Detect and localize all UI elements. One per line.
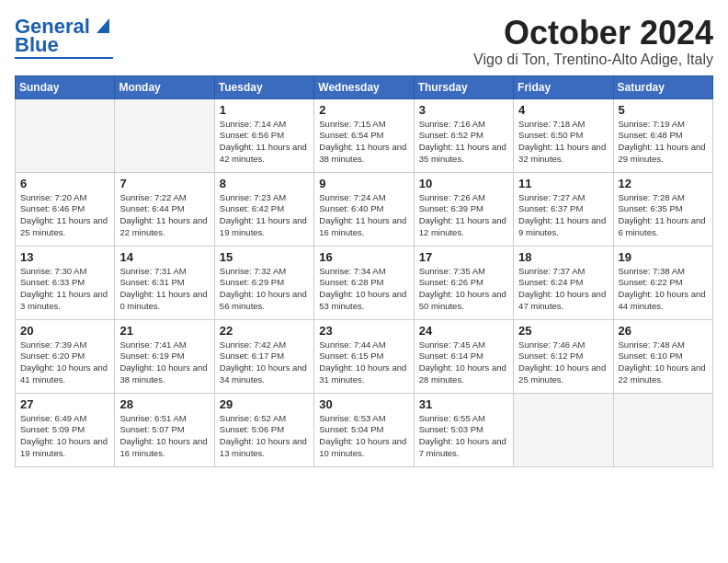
logo-icon <box>93 15 113 35</box>
day-number: 9 <box>319 177 408 190</box>
calendar-day-header: Saturday <box>613 75 712 98</box>
day-number: 19 <box>619 250 708 264</box>
day-info: Sunrise: 7:18 AM Sunset: 6:50 PM Dayligh… <box>518 119 608 166</box>
calendar-cell <box>115 98 214 172</box>
calendar-cell: 31Sunrise: 6:55 AM Sunset: 5:03 PM Dayli… <box>414 393 513 466</box>
calendar-cell <box>613 393 712 466</box>
day-number: 27 <box>20 397 109 411</box>
calendar-cell: 12Sunrise: 7:28 AM Sunset: 6:35 PM Dayli… <box>613 172 712 246</box>
calendar-cell: 4Sunrise: 7:18 AM Sunset: 6:50 PM Daylig… <box>514 98 613 172</box>
day-number: 31 <box>419 397 508 411</box>
day-number: 20 <box>20 324 109 338</box>
day-info: Sunrise: 6:51 AM Sunset: 5:07 PM Dayligh… <box>119 413 209 460</box>
day-info: Sunrise: 7:26 AM Sunset: 6:39 PM Dayligh… <box>419 192 508 239</box>
calendar-day-header: Wednesday <box>314 75 414 98</box>
calendar-cell: 11Sunrise: 7:27 AM Sunset: 6:37 PM Dayli… <box>514 172 613 246</box>
day-info: Sunrise: 7:16 AM Sunset: 6:52 PM Dayligh… <box>419 119 508 166</box>
day-number: 14 <box>119 250 209 264</box>
logo: General Blue <box>15 15 113 59</box>
day-info: Sunrise: 7:15 AM Sunset: 6:54 PM Dayligh… <box>319 119 408 166</box>
calendar-cell: 14Sunrise: 7:31 AM Sunset: 6:31 PM Dayli… <box>115 246 214 319</box>
calendar-cell: 22Sunrise: 7:42 AM Sunset: 6:17 PM Dayli… <box>214 319 313 393</box>
day-info: Sunrise: 7:48 AM Sunset: 6:10 PM Dayligh… <box>619 339 708 386</box>
day-number: 15 <box>220 250 309 264</box>
day-number: 3 <box>419 103 508 117</box>
day-number: 28 <box>119 397 209 411</box>
logo-text-blue: Blue <box>15 35 59 55</box>
day-number: 23 <box>319 324 408 338</box>
day-info: Sunrise: 7:31 AM Sunset: 6:31 PM Dayligh… <box>119 266 209 313</box>
day-number: 16 <box>319 250 408 264</box>
day-info: Sunrise: 7:38 AM Sunset: 6:22 PM Dayligh… <box>619 266 708 313</box>
calendar-day-header: Thursday <box>414 75 513 98</box>
calendar-cell: 27Sunrise: 6:49 AM Sunset: 5:09 PM Dayli… <box>16 393 115 466</box>
svg-marker-0 <box>97 18 109 33</box>
day-number: 7 <box>119 177 209 190</box>
day-info: Sunrise: 7:32 AM Sunset: 6:29 PM Dayligh… <box>220 266 309 313</box>
day-info: Sunrise: 7:37 AM Sunset: 6:24 PM Dayligh… <box>518 266 608 313</box>
calendar-cell: 30Sunrise: 6:53 AM Sunset: 5:04 PM Dayli… <box>314 393 414 466</box>
day-info: Sunrise: 7:41 AM Sunset: 6:19 PM Dayligh… <box>119 339 209 386</box>
day-info: Sunrise: 7:44 AM Sunset: 6:15 PM Dayligh… <box>319 339 408 386</box>
day-number: 6 <box>20 177 109 190</box>
calendar-week-row: 20Sunrise: 7:39 AM Sunset: 6:20 PM Dayli… <box>16 319 713 393</box>
day-number: 21 <box>119 324 209 338</box>
day-number: 25 <box>518 324 608 338</box>
day-number: 26 <box>619 324 708 338</box>
calendar-week-row: 27Sunrise: 6:49 AM Sunset: 5:09 PM Dayli… <box>16 393 713 466</box>
day-info: Sunrise: 7:20 AM Sunset: 6:46 PM Dayligh… <box>20 192 109 239</box>
calendar-cell <box>16 98 115 172</box>
calendar-cell: 26Sunrise: 7:48 AM Sunset: 6:10 PM Dayli… <box>613 319 712 393</box>
day-info: Sunrise: 6:49 AM Sunset: 5:09 PM Dayligh… <box>20 413 109 460</box>
calendar-week-row: 6Sunrise: 7:20 AM Sunset: 6:46 PM Daylig… <box>16 172 713 246</box>
day-info: Sunrise: 7:22 AM Sunset: 6:44 PM Dayligh… <box>119 192 209 239</box>
calendar-cell: 7Sunrise: 7:22 AM Sunset: 6:44 PM Daylig… <box>115 172 214 246</box>
day-info: Sunrise: 6:55 AM Sunset: 5:03 PM Dayligh… <box>419 413 508 460</box>
day-info: Sunrise: 7:35 AM Sunset: 6:26 PM Dayligh… <box>419 266 508 313</box>
calendar-cell: 20Sunrise: 7:39 AM Sunset: 6:20 PM Dayli… <box>16 319 115 393</box>
calendar-cell: 23Sunrise: 7:44 AM Sunset: 6:15 PM Dayli… <box>314 319 414 393</box>
calendar-day-header: Tuesday <box>214 75 313 98</box>
day-info: Sunrise: 7:23 AM Sunset: 6:42 PM Dayligh… <box>220 192 309 239</box>
day-info: Sunrise: 7:45 AM Sunset: 6:14 PM Dayligh… <box>419 339 508 386</box>
day-number: 8 <box>220 177 309 190</box>
calendar-cell: 25Sunrise: 7:46 AM Sunset: 6:12 PM Dayli… <box>514 319 613 393</box>
day-info: Sunrise: 7:42 AM Sunset: 6:17 PM Dayligh… <box>220 339 309 386</box>
calendar-cell: 13Sunrise: 7:30 AM Sunset: 6:33 PM Dayli… <box>16 246 115 319</box>
day-number: 18 <box>518 250 608 264</box>
calendar-cell: 29Sunrise: 6:52 AM Sunset: 5:06 PM Dayli… <box>214 393 313 466</box>
day-info: Sunrise: 7:19 AM Sunset: 6:48 PM Dayligh… <box>619 119 708 166</box>
month-title: October 2024 <box>473 15 713 52</box>
day-number: 29 <box>220 397 309 411</box>
day-number: 17 <box>419 250 508 264</box>
day-info: Sunrise: 7:39 AM Sunset: 6:20 PM Dayligh… <box>20 339 109 386</box>
calendar-cell: 8Sunrise: 7:23 AM Sunset: 6:42 PM Daylig… <box>214 172 313 246</box>
logo-underline <box>15 57 113 59</box>
day-number: 4 <box>518 103 608 117</box>
day-number: 13 <box>20 250 109 264</box>
calendar-cell: 2Sunrise: 7:15 AM Sunset: 6:54 PM Daylig… <box>314 98 414 172</box>
day-info: Sunrise: 7:24 AM Sunset: 6:40 PM Dayligh… <box>319 192 408 239</box>
calendar-day-header: Friday <box>514 75 613 98</box>
day-info: Sunrise: 7:14 AM Sunset: 6:56 PM Dayligh… <box>220 119 309 166</box>
calendar-day-header: Monday <box>115 75 214 98</box>
day-info: Sunrise: 6:53 AM Sunset: 5:04 PM Dayligh… <box>319 413 408 460</box>
calendar-cell: 5Sunrise: 7:19 AM Sunset: 6:48 PM Daylig… <box>613 98 712 172</box>
calendar-day-header: Sunday <box>16 75 115 98</box>
calendar-cell: 9Sunrise: 7:24 AM Sunset: 6:40 PM Daylig… <box>314 172 414 246</box>
calendar-cell: 19Sunrise: 7:38 AM Sunset: 6:22 PM Dayli… <box>613 246 712 319</box>
day-number: 11 <box>518 177 608 190</box>
day-number: 2 <box>319 103 408 117</box>
day-number: 12 <box>619 177 708 190</box>
calendar-cell: 17Sunrise: 7:35 AM Sunset: 6:26 PM Dayli… <box>414 246 513 319</box>
location-title: Vigo di Ton, Trentino-Alto Adige, Italy <box>473 52 713 68</box>
page-header: General Blue October 2024 Vigo di Ton, T… <box>15 15 713 68</box>
day-info: Sunrise: 6:52 AM Sunset: 5:06 PM Dayligh… <box>220 413 309 460</box>
calendar-cell: 28Sunrise: 6:51 AM Sunset: 5:07 PM Dayli… <box>115 393 214 466</box>
calendar-cell: 6Sunrise: 7:20 AM Sunset: 6:46 PM Daylig… <box>16 172 115 246</box>
day-number: 22 <box>220 324 309 338</box>
calendar-cell: 15Sunrise: 7:32 AM Sunset: 6:29 PM Dayli… <box>214 246 313 319</box>
calendar-cell <box>514 393 613 466</box>
calendar-cell: 1Sunrise: 7:14 AM Sunset: 6:56 PM Daylig… <box>214 98 313 172</box>
calendar-cell: 3Sunrise: 7:16 AM Sunset: 6:52 PM Daylig… <box>414 98 513 172</box>
